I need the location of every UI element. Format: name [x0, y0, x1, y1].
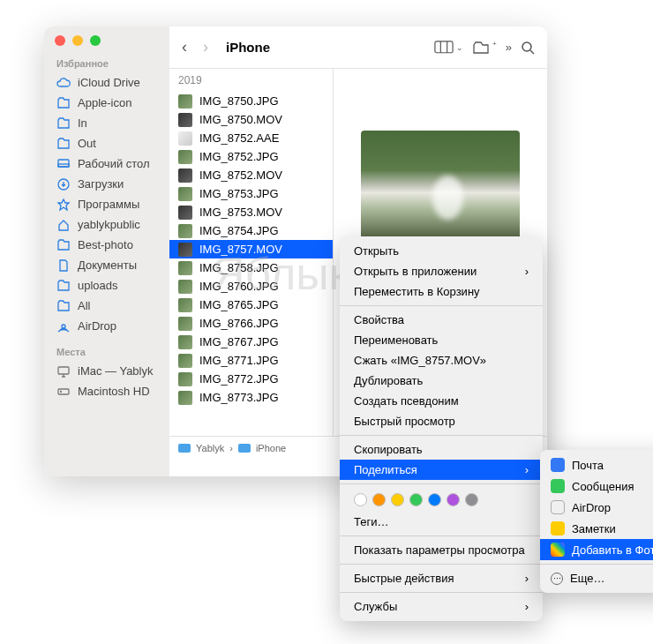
- file-thumb: [178, 372, 192, 386]
- menu-item[interactable]: Переместить в Корзину: [340, 281, 543, 302]
- menu-item[interactable]: Быстрый просмотр: [340, 411, 543, 431]
- tag-color[interactable]: [447, 493, 460, 506]
- separator: [340, 564, 543, 565]
- menu-item[interactable]: Службы›: [340, 596, 543, 617]
- file-item[interactable]: IMG_8758.JPG: [169, 258, 333, 277]
- file-item[interactable]: IMG_8767.JPG: [169, 333, 333, 351]
- sidebar-item[interactable]: uploads: [44, 275, 169, 296]
- separator: [340, 435, 543, 436]
- file-item[interactable]: IMG_8766.JPG: [169, 314, 333, 333]
- search-button[interactable]: [521, 41, 535, 55]
- folder-icon: [178, 444, 191, 453]
- file-column: 2019 IMG_8750.JPGIMG_8750.MOVIMG_8752.AA…: [169, 69, 334, 436]
- menu-item[interactable]: Показать параметры просмотра: [340, 540, 543, 560]
- app-icon: [551, 479, 565, 493]
- folder-icon: [238, 444, 251, 453]
- sidebar-item[interactable]: iCloud Drive: [44, 72, 169, 93]
- file-item[interactable]: IMG_8752.JPG: [169, 147, 333, 166]
- tag-color[interactable]: [354, 493, 367, 506]
- sidebar-item[interactable]: AirDrop: [44, 316, 169, 336]
- sidebar-item[interactable]: All: [44, 296, 169, 316]
- share-item[interactable]: Добавить в Фото: [540, 539, 653, 560]
- airdrop-icon: [56, 319, 71, 333]
- back-button[interactable]: ‹: [182, 38, 187, 56]
- window-title: iPhone: [226, 40, 425, 55]
- folder-icon: [56, 96, 71, 110]
- sidebar-item[interactable]: yablykpublic: [44, 214, 169, 235]
- file-thumb: [178, 94, 192, 109]
- chevron-right-icon: ›: [525, 572, 529, 585]
- file-item[interactable]: IMG_8765.JPG: [169, 296, 333, 314]
- menu-item[interactable]: Переименовать: [340, 330, 543, 350]
- context-menu: ОткрытьОткрыть в приложении›Переместить …: [340, 236, 543, 621]
- file-item[interactable]: IMG_8750.MOV: [169, 110, 333, 129]
- svg-point-6: [61, 391, 62, 392]
- svg-rect-7: [435, 41, 453, 53]
- file-item[interactable]: IMG_8753.JPG: [169, 184, 333, 203]
- app-icon: [551, 521, 565, 535]
- tag-color[interactable]: [409, 493, 423, 506]
- zoom-button[interactable]: [90, 35, 101, 46]
- tag-color[interactable]: [391, 493, 404, 506]
- sidebar-item[interactable]: Загрузки: [44, 174, 169, 194]
- share-item[interactable]: ⋯Еще…: [540, 568, 653, 588]
- menu-item[interactable]: Теги…: [340, 512, 543, 532]
- more-button[interactable]: »: [506, 41, 512, 54]
- app-icon: [551, 543, 565, 557]
- app-icon: [551, 500, 565, 514]
- group-button[interactable]: +: [472, 41, 497, 55]
- file-item[interactable]: IMG_8773.JPG: [169, 388, 333, 407]
- tag-color[interactable]: [372, 493, 386, 506]
- minimize-button[interactable]: [72, 35, 83, 46]
- file-item[interactable]: IMG_8760.JPG: [169, 277, 333, 296]
- tag-color[interactable]: [465, 493, 478, 506]
- share-item[interactable]: Заметки: [540, 518, 653, 539]
- file-item[interactable]: IMG_8752.AAE: [169, 129, 333, 147]
- share-item[interactable]: AirDrop: [540, 497, 653, 518]
- menu-item[interactable]: Поделиться›: [340, 460, 543, 480]
- desk-icon: [56, 157, 71, 171]
- sidebar-item[interactable]: In: [44, 113, 169, 133]
- file-item[interactable]: IMG_8752.MOV: [169, 166, 333, 184]
- view-columns-button[interactable]: ⌄: [434, 41, 463, 54]
- sidebar-item[interactable]: Программы: [44, 194, 169, 214]
- menu-item[interactable]: Быстрые действия›: [340, 568, 543, 588]
- file-thumb: [178, 317, 192, 331]
- sidebar-place[interactable]: iMac — Yablyk: [44, 361, 169, 381]
- file-item[interactable]: IMG_8754.JPG: [169, 221, 333, 240]
- menu-item[interactable]: Открыть: [340, 241, 543, 261]
- file-thumb: [178, 298, 192, 312]
- tag-color[interactable]: [428, 493, 441, 506]
- menu-item[interactable]: Свойства: [340, 310, 543, 330]
- share-item[interactable]: Сообщения: [540, 476, 653, 497]
- menu-item[interactable]: Скопировать: [340, 439, 543, 460]
- menu-item[interactable]: Открыть в приложении›: [340, 261, 543, 281]
- traffic-lights: [44, 35, 169, 56]
- sidebar-item[interactable]: Apple-icon: [44, 93, 169, 113]
- sidebar-item[interactable]: Документы: [44, 255, 169, 275]
- file-thumb: [178, 131, 192, 146]
- sidebar-item[interactable]: Out: [44, 133, 169, 154]
- forward-button[interactable]: ›: [203, 38, 208, 56]
- menu-item[interactable]: Сжать «IMG_8757.MOV»: [340, 350, 543, 371]
- file-item[interactable]: IMG_8772.JPG: [169, 370, 333, 388]
- file-thumb: [178, 150, 192, 164]
- close-button[interactable]: [55, 35, 65, 46]
- file-item[interactable]: IMG_8757.MOV: [169, 240, 333, 258]
- sidebar-section-favorites: Избранное: [44, 56, 169, 72]
- share-submenu: ПочтаСообщенияAirDropЗаметкиДобавить в Ф…: [540, 450, 653, 593]
- folder-icon: [56, 116, 71, 131]
- menu-item[interactable]: Дублировать: [340, 371, 543, 391]
- share-item[interactable]: Почта: [540, 454, 653, 476]
- sidebar-item[interactable]: Рабочий стол: [44, 154, 169, 174]
- file-item[interactable]: IMG_8750.JPG: [169, 92, 333, 110]
- separator: [340, 535, 543, 536]
- menu-item[interactable]: Создать псевдоним: [340, 391, 543, 411]
- sidebar-place[interactable]: Macintosh HD: [44, 381, 169, 401]
- file-thumb: [178, 261, 192, 275]
- file-item[interactable]: IMG_8753.MOV: [169, 203, 333, 221]
- chevron-right-icon: ›: [525, 265, 529, 278]
- sidebar-item[interactable]: Best-photo: [44, 235, 169, 255]
- file-item[interactable]: IMG_8771.JPG: [169, 351, 333, 370]
- svg-point-10: [522, 42, 531, 51]
